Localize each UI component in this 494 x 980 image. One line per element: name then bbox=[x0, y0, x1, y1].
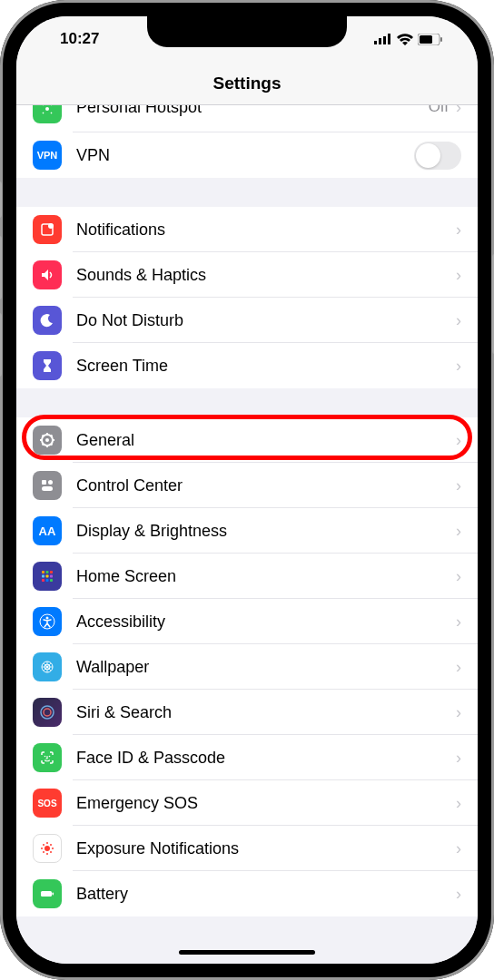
svg-point-36 bbox=[41, 848, 43, 849]
row-face-id[interactable]: Face ID & Passcode › bbox=[16, 735, 478, 780]
chevron-icon: › bbox=[456, 266, 461, 285]
row-siri-search[interactable]: Siri & Search › bbox=[16, 690, 478, 735]
settings-list[interactable]: Personal Hotspot Off › VPN VPN Noti bbox=[16, 105, 478, 964]
row-general[interactable]: General › bbox=[16, 417, 478, 463]
face-id-icon bbox=[33, 743, 62, 772]
home-indicator[interactable] bbox=[179, 950, 315, 955]
chevron-icon: › bbox=[456, 220, 461, 240]
svg-rect-14 bbox=[42, 486, 53, 491]
svg-rect-42 bbox=[41, 891, 52, 897]
row-label: Sounds & Haptics bbox=[76, 266, 456, 285]
svg-point-39 bbox=[50, 844, 52, 846]
control-center-icon bbox=[33, 471, 62, 500]
svg-rect-15 bbox=[42, 571, 44, 573]
exposure-icon bbox=[33, 834, 62, 863]
svg-point-37 bbox=[52, 848, 54, 849]
row-label: Notifications bbox=[76, 220, 456, 240]
svg-rect-0 bbox=[374, 41, 377, 44]
row-value: Off bbox=[429, 105, 449, 116]
row-emergency-sos[interactable]: SOS Emergency SOS › bbox=[16, 780, 478, 826]
row-notifications[interactable]: Notifications › bbox=[16, 207, 478, 252]
accessibility-icon bbox=[33, 607, 62, 636]
vpn-toggle[interactable] bbox=[414, 142, 461, 170]
chevron-icon: › bbox=[456, 703, 461, 722]
svg-rect-6 bbox=[440, 37, 442, 42]
row-label: Display & Brightness bbox=[76, 522, 456, 541]
row-personal-hotspot[interactable]: Personal Hotspot Off › bbox=[16, 105, 478, 132]
svg-rect-12 bbox=[42, 480, 46, 485]
row-screen-time[interactable]: Screen Time › bbox=[16, 343, 478, 388]
battery-icon bbox=[33, 879, 62, 908]
hotspot-icon bbox=[33, 105, 62, 123]
chevron-icon: › bbox=[456, 105, 461, 117]
svg-rect-13 bbox=[48, 480, 53, 485]
chevron-icon: › bbox=[456, 431, 461, 450]
svg-point-40 bbox=[43, 851, 44, 853]
svg-point-29 bbox=[41, 706, 54, 719]
sos-icon: SOS bbox=[33, 789, 62, 818]
display-icon: AA bbox=[33, 516, 62, 545]
svg-point-34 bbox=[46, 842, 48, 844]
page-title: Settings bbox=[213, 74, 282, 93]
row-label: Personal Hotspot bbox=[76, 105, 429, 117]
home-screen-icon bbox=[33, 562, 62, 591]
row-home-screen[interactable]: Home Screen › bbox=[16, 554, 478, 599]
svg-rect-18 bbox=[42, 575, 44, 578]
row-label: Siri & Search bbox=[76, 703, 456, 722]
row-accessibility[interactable]: Accessibility › bbox=[16, 599, 478, 644]
svg-point-25 bbox=[46, 617, 49, 620]
sounds-icon bbox=[33, 260, 62, 289]
chevron-icon: › bbox=[456, 749, 461, 768]
svg-rect-22 bbox=[46, 579, 49, 582]
svg-point-11 bbox=[45, 438, 49, 442]
nav-header: Settings bbox=[16, 62, 478, 105]
notifications-icon bbox=[33, 215, 62, 244]
row-display-brightness[interactable]: AA Display & Brightness › bbox=[16, 508, 478, 554]
notch bbox=[147, 16, 347, 47]
svg-rect-3 bbox=[388, 34, 390, 44]
chevron-icon: › bbox=[456, 522, 461, 541]
wallpaper-icon bbox=[33, 652, 62, 681]
svg-rect-1 bbox=[379, 38, 381, 44]
row-label: Accessibility bbox=[76, 612, 456, 632]
svg-rect-21 bbox=[42, 579, 44, 582]
battery-icon bbox=[418, 34, 443, 45]
svg-point-41 bbox=[50, 851, 52, 853]
row-do-not-disturb[interactable]: Do Not Disturb › bbox=[16, 298, 478, 343]
row-label: Emergency SOS bbox=[76, 794, 456, 813]
row-label: Screen Time bbox=[76, 357, 456, 376]
svg-rect-5 bbox=[420, 35, 432, 44]
row-label: VPN bbox=[76, 146, 414, 165]
row-label: Home Screen bbox=[76, 567, 456, 586]
chevron-icon: › bbox=[456, 476, 461, 495]
svg-rect-2 bbox=[383, 36, 386, 44]
row-label: Battery bbox=[76, 885, 456, 904]
row-label: Do Not Disturb bbox=[76, 311, 456, 330]
chevron-icon: › bbox=[456, 311, 461, 330]
row-label: Control Center bbox=[76, 476, 456, 495]
svg-point-33 bbox=[44, 846, 50, 851]
dnd-icon bbox=[33, 306, 62, 335]
row-exposure-notifications[interactable]: Exposure Notifications › bbox=[16, 826, 478, 871]
row-battery[interactable]: Battery › bbox=[16, 871, 478, 916]
chevron-icon: › bbox=[456, 567, 461, 586]
svg-rect-23 bbox=[50, 579, 53, 582]
svg-point-31 bbox=[44, 756, 46, 758]
general-icon bbox=[33, 426, 62, 455]
chevron-icon: › bbox=[456, 885, 461, 904]
row-sounds-haptics[interactable]: Sounds & Haptics › bbox=[16, 252, 478, 298]
row-label: Wallpaper bbox=[76, 658, 456, 677]
chevron-icon: › bbox=[456, 658, 461, 677]
status-time: 10:27 bbox=[60, 30, 99, 48]
svg-rect-43 bbox=[53, 893, 54, 896]
row-label: Exposure Notifications bbox=[76, 839, 456, 858]
cellular-icon bbox=[374, 34, 392, 44]
vpn-icon: VPN bbox=[33, 141, 62, 170]
row-wallpaper[interactable]: Wallpaper › bbox=[16, 644, 478, 690]
svg-point-9 bbox=[48, 223, 54, 229]
svg-point-38 bbox=[43, 844, 44, 846]
svg-point-35 bbox=[46, 853, 48, 855]
chevron-icon: › bbox=[456, 357, 461, 376]
row-control-center[interactable]: Control Center › bbox=[16, 463, 478, 508]
row-vpn[interactable]: VPN VPN bbox=[16, 132, 478, 178]
